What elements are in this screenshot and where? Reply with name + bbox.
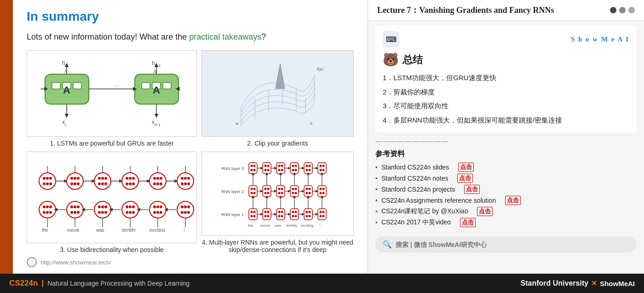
svg-point-48 [98,182,101,185]
svg-point-97 [104,211,107,214]
svg-point-193 [278,192,280,194]
svg-point-98 [126,205,128,208]
svg-point-107 [153,211,156,214]
svg-text:ht: ht [62,60,67,68]
svg-rect-177 [249,186,257,197]
svg-point-40 [74,177,76,180]
svg-point-168 [319,164,322,167]
summary-item-1: 1．LSTM功能强大，但GRU速度更快 [383,71,629,85]
ref-link-3[interactable]: 点击 [464,185,480,194]
svg-point-91 [77,211,80,214]
svg-point-240 [319,215,322,217]
svg-text:b: b [310,121,312,126]
svg-point-162 [292,169,294,171]
svg-point-79 [177,201,194,218]
svg-point-75 [67,201,83,218]
ref-link-6[interactable]: 点击 [460,218,476,227]
search-bar[interactable]: 🔍 [375,236,637,252]
brand-name: ShowMeAI [600,280,635,287]
svg-point-90 [74,211,76,214]
svg-rect-212 [249,209,257,220]
svg-text:xt: xt [62,119,66,127]
slide-footer: ⌂ http://www.showmeai.tech/ [27,253,354,269]
svg-point-205 [319,192,322,194]
svg-text:!: ! [184,228,185,232]
svg-rect-146 [304,163,312,174]
svg-point-203 [319,188,322,190]
ref-link-5[interactable]: 点击 [477,207,493,216]
svg-text:terribly: terribly [122,228,136,232]
ref-link-4[interactable]: 点击 [505,196,521,205]
svg-point-106 [160,205,162,208]
svg-point-183 [250,188,253,190]
svg-point-232 [292,215,294,217]
svg-point-105 [156,205,159,208]
svg-point-185 [250,192,253,194]
svg-point-200 [308,188,310,190]
svg-point-65 [187,177,190,180]
svg-point-30 [122,173,138,189]
svg-point-36 [43,182,46,185]
svg-point-191 [278,188,280,190]
svg-rect-143 [263,163,271,174]
ref-text-2: Stanford CS224n notes [381,175,448,182]
svg-rect-215 [290,209,299,220]
svg-point-190 [267,192,269,194]
slide-item-bidir: the movie was terribly exciting ! [27,152,197,253]
svg-point-148 [250,164,253,167]
svg-point-236 [305,215,308,217]
ref-item-4: CS224n Assignments reference solution 点击 [375,195,637,206]
dot-1 [610,7,616,13]
svg-point-220 [250,215,253,217]
ref-link-2[interactable]: 点击 [457,174,473,183]
svg-point-187 [264,188,266,190]
search-icon: 🔍 [383,240,392,249]
svg-point-198 [294,192,297,194]
svg-rect-181 [304,186,312,197]
subtitle-prefix: Lots of new information today! What are … [27,32,189,41]
ref-link-1[interactable]: 点击 [458,163,474,172]
svg-point-61 [156,182,159,185]
ref-item-6: CS224n 2017 中英video 点击 [375,217,637,228]
showmeai-brand: S h o w M e A I [571,35,629,43]
svg-point-57 [153,177,156,180]
svg-point-50 [104,182,107,185]
svg-text:was: was [274,223,281,228]
svg-point-96 [101,211,104,214]
svg-point-108 [156,211,159,214]
svg-rect-216 [304,209,312,220]
svg-point-42 [70,182,73,185]
ref-text-6: CS224n 2017 中英video [381,218,451,227]
slide-item-lstm: A A [27,50,197,147]
svg-text:movie: movie [67,228,80,232]
search-input[interactable] [396,241,629,248]
ref-item-5: CS224n课程笔记 by @XuXiao 点击 [375,206,637,217]
svg-point-204 [322,188,324,190]
svg-text:f(w,b): f(w,b) [317,67,324,71]
university-name: Stanford University [521,279,589,287]
svg-point-104 [153,205,156,208]
subtitle-link[interactable]: practical takeaways [189,32,261,41]
lstm-diagram: A A [27,50,197,137]
svg-rect-142 [249,163,257,174]
bidir-svg: the movie was terribly exciting ! [29,164,195,232]
svg-point-95 [98,211,101,214]
svg-point-66 [181,182,184,185]
svg-point-81 [46,205,49,208]
dot-3 [628,7,635,13]
svg-point-201 [305,192,308,194]
bottom-right: Stanford University ✕ ShowMeAI [521,279,635,287]
svg-point-58 [156,177,159,180]
gradient-svg: w b f(w,b) [232,61,324,126]
svg-point-49 [101,182,104,185]
svg-point-227 [281,211,283,213]
header-dots [610,7,635,13]
slide-item-gradient: w b f(w,b) 2. Clip your gradients [201,50,354,147]
svg-point-78 [150,201,166,218]
divider-text: —————————— [375,137,637,145]
svg-point-37 [46,182,49,185]
svg-point-233 [294,215,297,217]
svg-point-76 [94,201,111,218]
svg-point-33 [43,177,46,180]
svg-point-101 [126,211,128,214]
